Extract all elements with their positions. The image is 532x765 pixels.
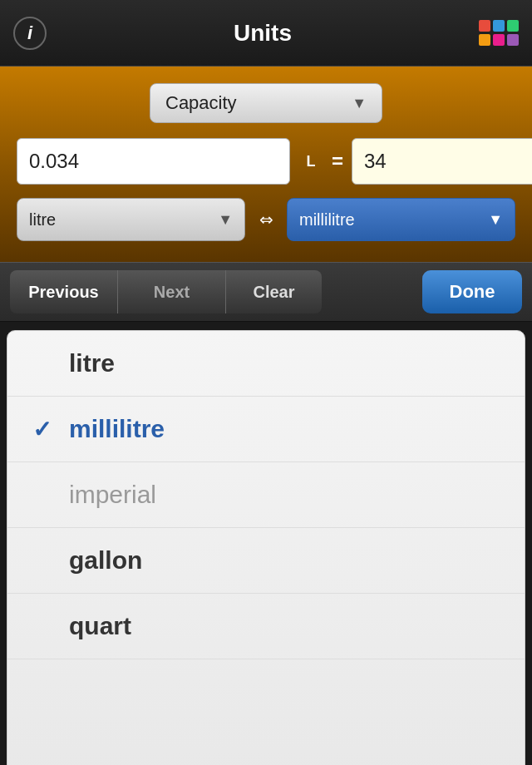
category-row: Capacity ▼ — [17, 83, 515, 123]
picker-item-label: imperial — [69, 481, 156, 509]
grid-color-cell — [479, 20, 490, 32]
conversion-area: Capacity ▼ L = mL litre ▼ ⇔ millilitre ▼ — [0, 67, 532, 262]
info-button[interactable]: i — [13, 17, 47, 50]
category-arrow: ▼ — [352, 95, 367, 112]
picker-item-imperial[interactable]: imperial — [7, 462, 525, 528]
left-unit-selector[interactable]: litre ▼ — [17, 198, 245, 241]
equals-sign: = — [332, 150, 343, 173]
picker-area: litre✓millilitreimperialgallonquart — [0, 322, 532, 765]
picker-item-gallon[interactable]: gallon — [7, 528, 525, 594]
picker-item-label: litre — [69, 349, 115, 378]
picker-item-label: quart — [69, 612, 131, 640]
swap-icon[interactable]: ⇔ — [254, 210, 278, 230]
grid-color-cell — [479, 34, 490, 46]
picker-item-litre[interactable]: litre — [7, 331, 525, 397]
right-value-input[interactable] — [352, 138, 532, 185]
left-unit-label: L — [298, 153, 323, 170]
right-unit-name: millilitre — [299, 210, 355, 230]
right-unit-selector[interactable]: millilitre ▼ — [287, 198, 515, 241]
done-button[interactable]: Done — [422, 270, 522, 313]
left-unit-name: litre — [29, 210, 56, 230]
picker-item-label: gallon — [69, 546, 142, 575]
left-unit-arrow: ▼ — [218, 211, 233, 229]
grid-color-cell — [507, 34, 519, 46]
checkmark-icon: ✓ — [32, 416, 57, 443]
next-button[interactable]: Next — [118, 270, 226, 313]
picker-item-quart[interactable]: quart — [7, 594, 525, 659]
left-value-input[interactable] — [17, 138, 290, 185]
right-unit-arrow: ▼ — [488, 211, 503, 229]
input-row: L = mL — [17, 138, 515, 185]
category-label: Capacity — [165, 92, 237, 114]
clear-button[interactable]: Clear — [226, 270, 322, 313]
picker-item-millilitre[interactable]: ✓millilitre — [7, 397, 525, 462]
picker-item-label: millilitre — [69, 415, 165, 443]
previous-button[interactable]: Previous — [10, 270, 118, 313]
app-header: i Units — [0, 0, 532, 67]
grid-icon[interactable] — [479, 20, 519, 46]
picker-list[interactable]: litre✓millilitreimperialgallonquart — [7, 330, 525, 765]
grid-color-cell — [493, 34, 505, 46]
app-title: Units — [234, 20, 292, 47]
info-icon: i — [27, 22, 32, 44]
grid-color-cell — [493, 20, 505, 32]
unit-row: litre ▼ ⇔ millilitre ▼ — [17, 198, 515, 241]
category-dropdown[interactable]: Capacity ▼ — [150, 83, 382, 123]
toolbar: Previous Next Clear Done — [0, 262, 532, 322]
grid-color-cell — [507, 20, 519, 32]
